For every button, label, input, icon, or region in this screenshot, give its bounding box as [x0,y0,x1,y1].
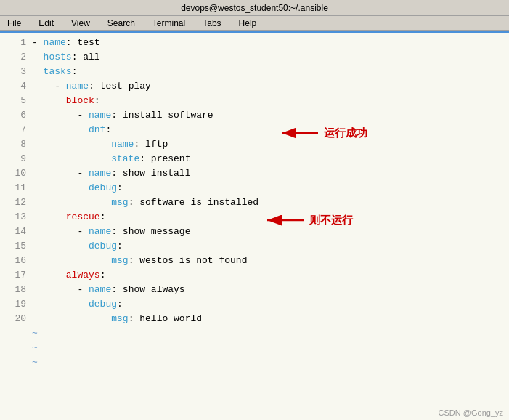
table-row: 15 debug: [6,239,503,254]
menu-bar: FileEditViewSearchTerminalTabsHelp [0,16,509,31]
table-row: 7 dnf: [6,123,503,137]
table-row: 1- name: test [6,36,503,50]
line-number: 19 [6,297,26,312]
table-row: 11 debug: [6,181,503,195]
menu-item-help[interactable]: Help [235,18,261,28]
table-row: 13 rescue: [6,210,503,225]
line-text: block: [32,94,100,108]
line-number: 18 [6,283,26,297]
line-number: 10 [6,166,26,181]
tildes: ~~~ [6,326,503,370]
line-text: - name: test play [32,79,151,94]
table-row: 17 always: [6,268,503,283]
tilde-line: ~ [6,355,503,370]
line-number: 12 [6,195,26,210]
table-row: 18 - name: show always [6,283,503,297]
table-row: 8 name: lftp [6,137,503,152]
line-text: - name: install software [32,108,213,123]
line-text: debug: [32,181,123,195]
line-text: - name: show always [32,283,185,297]
line-number: 6 [6,108,26,123]
line-text: hosts: all [32,50,100,65]
table-row: 4 - name: test play [6,79,503,94]
line-number: 2 [6,50,26,65]
line-text: dnf: [32,123,111,137]
table-row: 9 state: present [6,152,503,166]
annotation-success: 运行成功 [276,124,367,142]
line-number: 15 [6,239,26,254]
line-text: - name: show install [32,166,190,181]
menu-item-tabs[interactable]: Tabs [198,18,225,28]
line-text: debug: [32,297,123,312]
table-row: 16 msg: westos is not found [6,254,503,268]
table-row: 19 debug: [6,297,503,312]
menu-item-file[interactable]: File [3,18,25,28]
annotation-success-text: 运行成功 [324,126,367,140]
table-row: 12 msg: software is installed [6,195,503,210]
terminal-content[interactable]: 1- name: test2 hosts: all3 tasks:4 - nam… [0,33,509,420]
line-text: name: lftp [32,137,168,152]
line-text: always: [32,268,105,283]
arrow-icon [276,124,319,142]
line-number: 9 [6,152,26,166]
line-text: - name: show message [32,225,190,239]
line-text: tasks: [32,65,77,79]
line-number: 17 [6,268,26,283]
annotation-fail: 则不运行 [261,211,353,229]
tilde-line: ~ [6,326,503,341]
table-row: 20 msg: hello world [6,312,503,326]
line-text: debug: [32,239,123,254]
line-text: - name: test [32,36,100,50]
table-row: 3 tasks: [6,65,503,79]
line-text: state: present [32,152,190,166]
line-number: 11 [6,181,26,195]
line-text: msg: software is installed [32,195,258,210]
line-number: 16 [6,254,26,268]
line-number: 4 [6,79,26,94]
line-number: 8 [6,137,26,152]
table-row: 14 - name: show message [6,225,503,239]
code-lines: 1- name: test2 hosts: all3 tasks:4 - nam… [6,36,503,326]
arrow-icon-2 [261,211,305,229]
line-number: 13 [6,210,26,225]
menu-item-terminal[interactable]: Terminal [148,18,190,28]
table-row: 5 block: [6,94,503,108]
menu-item-edit[interactable]: Edit [34,18,58,28]
line-number: 14 [6,225,26,239]
title-text: devops@westos_student50:~/.ansible [181,3,328,13]
line-number: 1 [6,36,26,50]
menu-item-view[interactable]: View [67,18,94,28]
line-number: 3 [6,65,26,79]
table-row: 2 hosts: all [6,50,503,65]
line-number: 20 [6,312,26,326]
menu-item-search[interactable]: Search [103,18,139,28]
line-text: msg: westos is not found [32,254,247,268]
tilde-line: ~ [6,341,503,355]
watermark: CSDN @Gong_yz [439,408,503,417]
line-text: rescue: [32,210,105,225]
annotation-fail-text: 则不运行 [309,214,353,227]
table-row: 6 - name: install software [6,108,503,123]
line-number: 5 [6,94,26,108]
line-number: 7 [6,123,26,137]
title-bar: devops@westos_student50:~/.ansible [0,0,509,16]
line-text: msg: hello world [32,312,202,326]
table-row: 10 - name: show install [6,166,503,181]
